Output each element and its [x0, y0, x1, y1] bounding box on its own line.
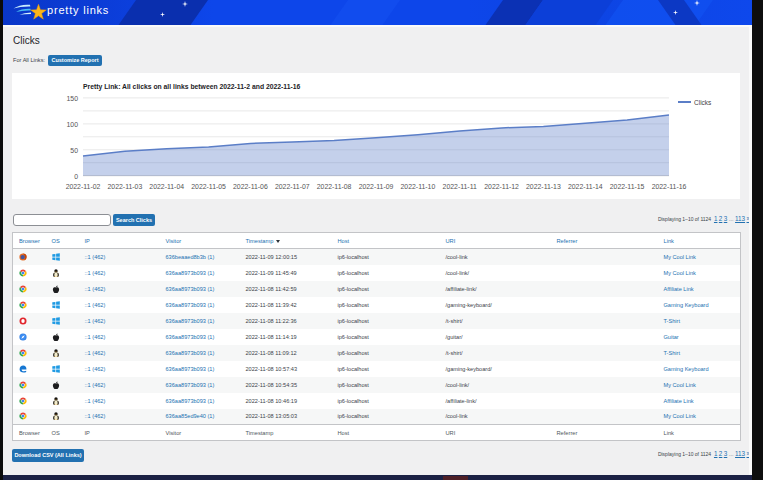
svg-text:2022-11-07: 2022-11-07 [275, 183, 310, 190]
svg-text:2022-11-12: 2022-11-12 [484, 183, 519, 190]
svg-text:2022-11-06: 2022-11-06 [233, 183, 268, 190]
svg-text:2022-11-03: 2022-11-03 [108, 183, 143, 190]
svg-text:2022-11-15: 2022-11-15 [610, 183, 645, 190]
svg-text:2022-11-16: 2022-11-16 [652, 183, 687, 190]
svg-text:2022-11-10: 2022-11-10 [401, 183, 436, 190]
svg-text:2022-11-09: 2022-11-09 [359, 183, 394, 190]
svg-text:2022-11-04: 2022-11-04 [149, 183, 184, 190]
svg-text:50: 50 [70, 147, 78, 154]
svg-text:2022-11-13: 2022-11-13 [526, 183, 561, 190]
svg-text:2022-11-05: 2022-11-05 [191, 183, 226, 190]
svg-text:2022-11-11: 2022-11-11 [443, 183, 477, 190]
svg-text:2022-11-14: 2022-11-14 [568, 183, 603, 190]
svg-text:2022-11-08: 2022-11-08 [317, 183, 352, 190]
svg-text:Pretty Link: All clicks on all: Pretty Link: All clicks on all links bet… [83, 83, 301, 91]
svg-text:100: 100 [67, 121, 79, 128]
svg-text:0: 0 [74, 173, 78, 180]
svg-text:Clicks: Clicks [694, 99, 712, 106]
svg-text:2022-11-02: 2022-11-02 [66, 183, 101, 190]
svg-text:150: 150 [67, 95, 79, 102]
